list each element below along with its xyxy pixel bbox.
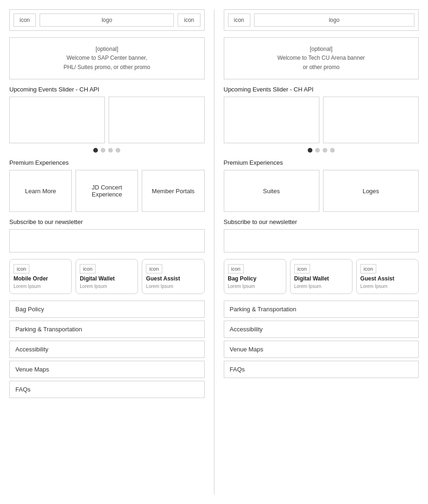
left-header-logo: logo — [40, 14, 174, 27]
left-column: icon logo icon [optional] Welcome to SAP… — [0, 0, 214, 504]
right-newsletter-label: Subscribe to our newsletter — [224, 218, 419, 225]
left-premium: Premium Experiences Learn More JD Concer… — [9, 159, 205, 212]
left-premium-cards: Learn More JD Concert Experience Member … — [9, 170, 205, 212]
left-events-cards — [9, 97, 205, 143]
right-app-icon-1-icon: icon — [228, 264, 244, 273]
left-list-item-2[interactable]: Parking & Transportation — [9, 321, 205, 338]
right-banner-text: [optional] Welcome to Tech CU Arena bann… — [277, 45, 365, 72]
right-app-icon-2-icon: icon — [294, 264, 310, 273]
right-premium-card-1[interactable]: Suites — [224, 170, 319, 212]
left-app-icon-2[interactable]: icon Digital Wallet Lorem Ipsum — [76, 259, 138, 294]
right-slider-dots — [224, 148, 419, 153]
left-event-card-1[interactable] — [9, 97, 105, 143]
left-premium-card-3[interactable]: Member Portals — [142, 170, 204, 212]
left-list-item-4[interactable]: Venue Maps — [9, 361, 205, 378]
left-list-item-5[interactable]: FAQs — [9, 381, 205, 398]
left-app-icon-1-icon: icon — [14, 264, 29, 273]
left-header: icon logo icon — [9, 9, 205, 31]
left-newsletter-box[interactable] — [9, 229, 205, 252]
left-premium-label: Premium Experiences — [9, 159, 205, 166]
right-app-icon-3[interactable]: icon Guest Assist Lorem Ipsum — [356, 259, 419, 294]
right-event-card-1[interactable] — [224, 97, 319, 143]
right-premium-label: Premium Experiences — [224, 159, 419, 166]
left-premium-card-2[interactable]: JD Concert Experience — [76, 170, 138, 212]
right-app-icon-1-desc: Lorem Ipsum — [228, 284, 282, 289]
right-list-items: Parking & Transportation Accessibility V… — [224, 301, 419, 378]
left-newsletter-label: Subscribe to our newsletter — [9, 218, 205, 225]
right-premium-card-2[interactable]: Loges — [323, 170, 419, 212]
right-newsletter: Subscribe to our newsletter — [224, 218, 419, 252]
left-banner: [optional] Welcome to SAP Center banner,… — [9, 37, 205, 79]
left-app-icon-1[interactable]: icon Mobile Order Lorem Ipsum — [9, 259, 72, 294]
right-app-icon-3-icon: icon — [360, 264, 376, 273]
left-header-icon-left: icon — [14, 14, 36, 27]
left-slider-dots — [9, 148, 205, 153]
right-premium-cards: Suites Loges — [224, 170, 419, 212]
left-premium-card-1[interactable]: Learn More — [9, 170, 72, 212]
right-app-icon-2[interactable]: icon Digital Wallet Lorem Ipsum — [290, 259, 352, 294]
left-newsletter: Subscribe to our newsletter — [9, 218, 205, 252]
right-list-item-1[interactable]: Parking & Transportation — [224, 301, 419, 318]
left-list-item-3[interactable]: Accessibility — [9, 341, 205, 358]
right-list-item-4[interactable]: FAQs — [224, 361, 419, 378]
left-events-slider: Upcoming Events Slider - CH API — [9, 86, 205, 153]
left-app-icon-2-name: Digital Wallet — [80, 275, 134, 282]
left-app-icon-3-name: Guest Assist — [146, 275, 200, 282]
right-header-icon-left: icon — [228, 14, 250, 27]
left-app-icon-3[interactable]: icon Guest Assist Lorem Ipsum — [142, 259, 204, 294]
left-app-icon-2-icon: icon — [80, 264, 96, 273]
right-event-card-2[interactable] — [323, 97, 419, 143]
left-app-icon-1-desc: Lorem Ipsum — [14, 284, 68, 289]
right-header-logo: logo — [254, 14, 414, 27]
left-app-icon-3-desc: Lorem Ipsum — [146, 284, 200, 289]
left-event-card-2[interactable] — [109, 97, 204, 143]
left-list-items: Bag Policy Parking & Transportation Acce… — [9, 301, 205, 398]
left-banner-text: [optional] Welcome to SAP Center banner,… — [63, 45, 150, 72]
left-header-icon-right: icon — [178, 14, 200, 27]
right-column: icon logo [optional] Welcome to Tech CU … — [214, 0, 428, 504]
right-newsletter-box[interactable] — [224, 229, 419, 252]
right-app-icons: icon Bag Policy Lorem Ipsum icon Digital… — [224, 259, 419, 294]
right-events-label: Upcoming Events Slider - CH API — [224, 86, 419, 93]
left-events-label: Upcoming Events Slider - CH API — [9, 86, 205, 93]
right-app-icon-2-name: Digital Wallet — [294, 275, 348, 282]
left-app-icon-1-name: Mobile Order — [14, 275, 68, 282]
left-dot-2[interactable] — [101, 148, 105, 153]
right-header: icon logo — [224, 9, 419, 31]
left-dot-3[interactable] — [108, 148, 113, 153]
left-app-icon-2-desc: Lorem Ipsum — [80, 284, 134, 289]
right-app-icon-3-name: Guest Assist — [360, 275, 414, 282]
right-events-slider: Upcoming Events Slider - CH API — [224, 86, 419, 153]
right-events-cards — [224, 97, 419, 143]
right-app-icon-3-desc: Lorem Ipsum — [360, 284, 414, 289]
left-app-icon-3-icon: icon — [146, 264, 162, 273]
left-app-icons: icon Mobile Order Lorem Ipsum icon Digit… — [9, 259, 205, 294]
right-dot-3[interactable] — [323, 148, 327, 153]
right-app-icon-1[interactable]: icon Bag Policy Lorem Ipsum — [224, 259, 286, 294]
right-app-icon-1-name: Bag Policy — [228, 275, 282, 282]
left-dot-1[interactable] — [93, 148, 98, 153]
right-banner: [optional] Welcome to Tech CU Arena bann… — [224, 37, 419, 79]
left-dot-4[interactable] — [116, 148, 120, 153]
right-dot-1[interactable] — [308, 148, 312, 153]
right-list-item-2[interactable]: Accessibility — [224, 321, 419, 338]
left-list-item-1[interactable]: Bag Policy — [9, 301, 205, 318]
right-dot-4[interactable] — [330, 148, 335, 153]
right-dot-2[interactable] — [315, 148, 320, 153]
right-app-icon-2-desc: Lorem Ipsum — [294, 284, 348, 289]
right-list-item-3[interactable]: Venue Maps — [224, 341, 419, 358]
right-premium: Premium Experiences Suites Loges — [224, 159, 419, 212]
